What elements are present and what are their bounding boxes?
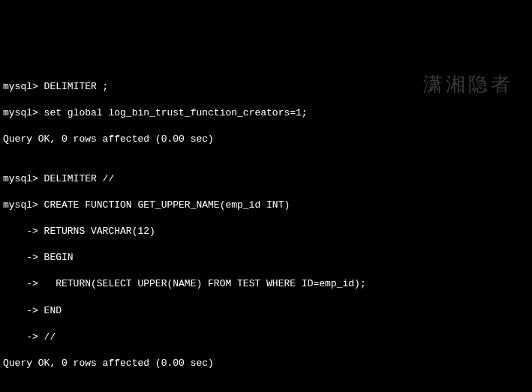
terminal-line: -> RETURNS VARCHAR(12) <box>3 225 529 238</box>
terminal-line: -> BEGIN <box>3 251 529 265</box>
terminal-line: Query OK, 0 rows affected (0.00 sec) <box>3 357 529 370</box>
terminal-line: mysql> set global log_bin_trust_function… <box>3 106 529 120</box>
terminal-line: -> RETURN(SELECT UPPER(NAME) FROM TEST W… <box>3 277 529 291</box>
terminal-line: mysql> DELIMITER // <box>3 172 529 186</box>
terminal-line: -> END <box>3 304 529 318</box>
terminal-line: mysql> DELIMITER ; <box>3 80 529 94</box>
terminal-line: Query OK, 0 rows affected (0.00 sec) <box>3 133 529 146</box>
terminal-line: -> // <box>3 331 529 344</box>
terminal-line: mysql> CREATE FUNCTION GET_UPPER_NAME(em… <box>3 199 529 212</box>
